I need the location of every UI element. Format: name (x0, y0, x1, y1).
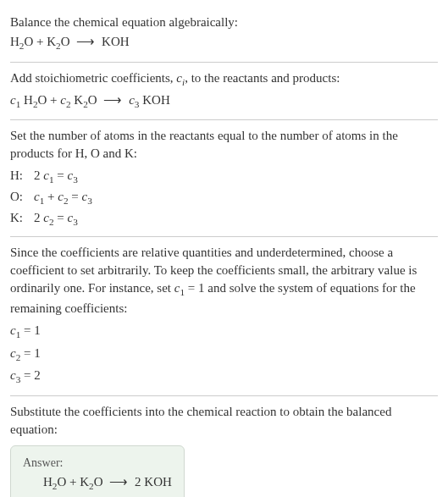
stoich-text: Add stoichiometric coefficients, ci, to … (10, 69, 438, 90)
coefficient-solutions: c1 = 1 c2 = 1 c3 = 2 (10, 321, 438, 388)
section-stoichiometric: Add stoichiometric coefficients, ci, to … (10, 63, 438, 121)
intro-text: Balance the chemical equation algebraica… (10, 14, 438, 31)
k-equation: 2 c2 = c3 (34, 208, 78, 229)
atom-row-h: H: 2 c1 = c3 (10, 166, 438, 187)
substitute-text: Substitute the coefficients into the che… (10, 403, 438, 439)
atom-row-k: K: 2 c2 = c3 (10, 208, 438, 229)
atom-row-o: O: c1 + c2 = c3 (10, 187, 438, 208)
c2-solution: c2 = 1 (10, 344, 438, 365)
balanced-equation: H2O + K2O ⟶ 2 KOH (23, 473, 172, 494)
section-balance-intro: Balance the chemical equation algebraica… (10, 7, 438, 63)
answer-box: Answer: H2O + K2O ⟶ 2 KOH (10, 445, 185, 497)
c3-solution: c3 = 2 (10, 366, 438, 387)
section-solve: Since the coefficients are relative quan… (10, 237, 438, 396)
coeff-equation: c1 H2O + c2 K2O ⟶ c3 KOH (10, 91, 438, 112)
atom-eq-text: Set the number of atoms in the reactants… (10, 127, 438, 163)
unbalanced-equation: H2O + K2O ⟶ KOH (10, 33, 438, 53)
c1-solution: c1 = 1 (10, 321, 438, 342)
h-equation: 2 c1 = c3 (34, 166, 78, 187)
answer-label: Answer: (23, 455, 172, 472)
solve-text: Since the coefficients are relative quan… (10, 244, 438, 318)
section-atom-equations: Set the number of atoms in the reactants… (10, 120, 438, 237)
o-equation: c1 + c2 = c3 (34, 187, 92, 208)
section-answer: Substitute the coefficients into the che… (10, 396, 438, 497)
atom-equations-table: H: 2 c1 = c3 O: c1 + c2 = c3 K: 2 c2 = c… (10, 166, 438, 229)
ci-symbol: ci (176, 71, 185, 85)
